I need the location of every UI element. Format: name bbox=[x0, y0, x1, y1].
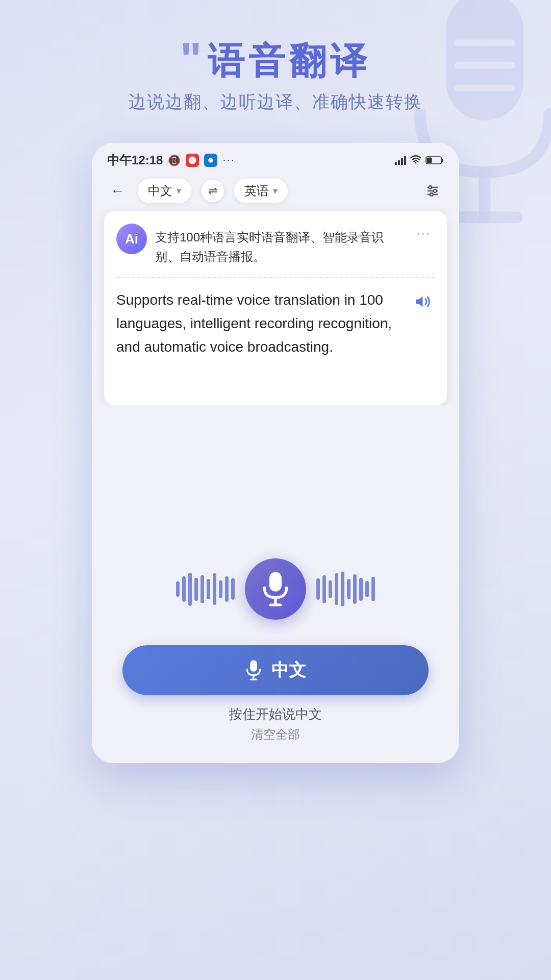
svg-rect-10 bbox=[427, 158, 432, 163]
ai-avatar: Ai bbox=[116, 224, 147, 254]
target-language-selector[interactable]: 英语 ▾ bbox=[234, 179, 288, 203]
svg-point-16 bbox=[434, 189, 437, 192]
hold-hint: 按住开始说中文 bbox=[122, 705, 429, 723]
wave-bar bbox=[347, 579, 350, 599]
more-dots: ··· bbox=[222, 154, 235, 167]
svg-point-8 bbox=[415, 162, 417, 163]
wave-bar bbox=[322, 575, 326, 603]
waveform-left bbox=[176, 571, 235, 607]
wave-bar bbox=[353, 574, 357, 604]
title-section: 语音翻译 边说边翻、边听边译、准确快速转换 bbox=[0, 41, 551, 114]
notification-icon-2 bbox=[186, 154, 199, 167]
wave-bar bbox=[219, 580, 222, 598]
notification-icon-1: 📵 bbox=[168, 154, 181, 166]
translated-text: Supports real-time voice translation in … bbox=[116, 288, 406, 359]
bottom-hints: 按住开始说中文 清空全部 bbox=[122, 705, 429, 743]
record-button-label: 中文 bbox=[271, 658, 306, 682]
status-left: 中午12:18 📵 ··· bbox=[107, 152, 235, 168]
speaker-button[interactable] bbox=[412, 290, 435, 313]
svg-rect-22 bbox=[250, 660, 257, 671]
svg-rect-19 bbox=[269, 572, 282, 591]
status-time: 中午12:18 bbox=[107, 152, 163, 168]
wave-bar bbox=[194, 578, 198, 601]
svg-point-7 bbox=[209, 158, 213, 162]
app-header: ← 中文 ▾ ⇌ 英语 ▾ bbox=[92, 173, 459, 211]
wave-bar bbox=[225, 576, 229, 602]
wave-bar bbox=[341, 572, 344, 606]
wave-bar bbox=[213, 573, 216, 605]
swap-languages-button[interactable]: ⇌ bbox=[202, 180, 224, 202]
wave-bar bbox=[182, 576, 186, 602]
wave-bar bbox=[188, 573, 192, 606]
empty-space bbox=[92, 405, 459, 548]
more-options-button[interactable]: ··· bbox=[412, 224, 435, 243]
svg-point-6 bbox=[189, 157, 196, 164]
app-subtitle: 边说边翻、边听边译、准确快速转换 bbox=[0, 90, 551, 114]
source-text: 支持100种语言实时语音翻译、智能录音识别、自动语音播报。 bbox=[155, 224, 404, 267]
voice-record-button[interactable] bbox=[245, 558, 306, 620]
clear-hint[interactable]: 清空全部 bbox=[122, 726, 429, 743]
wave-bar bbox=[359, 578, 363, 601]
app-title: 语音翻译 bbox=[0, 41, 551, 81]
wave-bar bbox=[201, 575, 204, 603]
wave-bar bbox=[316, 578, 320, 600]
wave-bar bbox=[365, 581, 369, 597]
wave-bar bbox=[329, 580, 332, 598]
settings-button[interactable] bbox=[421, 180, 444, 202]
svg-marker-18 bbox=[416, 296, 423, 307]
phone-mockup: 中午12:18 📵 ··· bbox=[92, 143, 459, 763]
translation-area: Supports real-time voice translation in … bbox=[104, 278, 447, 374]
status-bar: 中午12:18 📵 ··· bbox=[92, 143, 459, 173]
target-language-label: 英语 bbox=[244, 183, 269, 199]
wave-bar bbox=[371, 577, 375, 601]
battery-icon bbox=[425, 156, 444, 165]
wave-bar bbox=[207, 579, 210, 599]
source-message-row: Ai 支持100种语言实时语音翻译、智能录音识别、自动语音播报。 ··· bbox=[104, 211, 447, 267]
target-language-chevron: ▾ bbox=[273, 185, 278, 197]
bottom-section: 中文 按住开始说中文 清空全部 bbox=[92, 635, 459, 763]
wave-bar bbox=[176, 581, 180, 597]
svg-rect-11 bbox=[441, 159, 443, 162]
source-language-label: 中文 bbox=[148, 183, 172, 199]
wifi-icon bbox=[410, 155, 421, 166]
notification-icon-3 bbox=[204, 154, 217, 167]
svg-point-17 bbox=[430, 193, 433, 196]
wave-bar bbox=[335, 573, 338, 605]
signal-icon bbox=[395, 156, 406, 165]
svg-point-15 bbox=[429, 186, 432, 189]
waveform-right bbox=[316, 571, 375, 607]
translation-card: Ai 支持100种语言实时语音翻译、智能录音识别、自动语音播报。 ··· Sup… bbox=[104, 211, 447, 405]
back-button[interactable]: ← bbox=[107, 181, 128, 201]
source-language-chevron: ▾ bbox=[177, 185, 181, 197]
source-language-selector[interactable]: 中文 ▾ bbox=[138, 179, 191, 203]
wave-bar bbox=[231, 578, 235, 600]
mic-section bbox=[92, 548, 459, 635]
status-icons bbox=[395, 155, 444, 166]
hold-record-button[interactable]: 中文 bbox=[122, 645, 429, 695]
